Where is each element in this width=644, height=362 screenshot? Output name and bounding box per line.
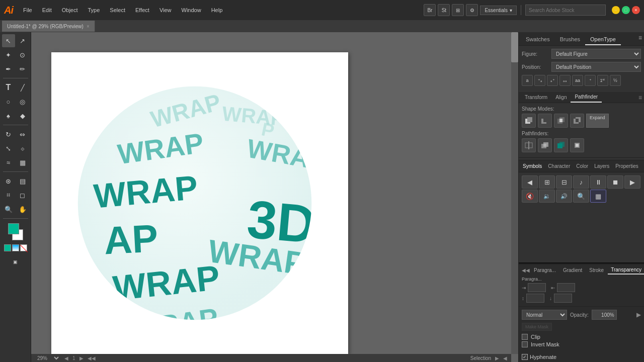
magic-wand-tool[interactable]: ✦ — [2, 48, 15, 61]
menu-file[interactable]: File — [19, 5, 36, 15]
hand-tool[interactable]: ✋ — [16, 203, 29, 216]
stock-btn[interactable]: St — [438, 4, 450, 16]
menu-object[interactable]: Object — [58, 5, 82, 15]
tab-opentype[interactable]: OpenType — [585, 34, 621, 45]
ot-btn-2[interactable]: ⁺ₐ — [534, 75, 545, 86]
btab-stroke[interactable]: Stroke — [586, 266, 607, 274]
sym-vol-up-btn[interactable]: 🔊 — [556, 190, 572, 203]
tab-swatches[interactable]: Swatches — [521, 34, 555, 45]
btab-gradient[interactable]: Gradient — [560, 266, 585, 274]
grid-btn[interactable]: ⊞ — [452, 4, 464, 16]
expand-opacity-btn[interactable]: ▶ — [636, 311, 641, 318]
spiral-tool[interactable]: ◎ — [16, 95, 29, 108]
sym-grid-btn[interactable]: ▦ — [590, 190, 606, 203]
paintbrush-tool[interactable]: ♠ — [2, 109, 15, 122]
sym-music-btn[interactable]: ♪ — [573, 175, 589, 189]
none-box[interactable] — [20, 244, 27, 251]
sym-play-btn[interactable]: ▶ — [624, 175, 640, 189]
blend-mode-select[interactable]: Normal — [522, 310, 567, 320]
collapse-btn[interactable]: ◀◀ — [522, 267, 530, 273]
blob-brush-tool[interactable]: ◆ — [16, 109, 29, 122]
pencil-tool[interactable]: ✏ — [16, 62, 29, 75]
zoom-tool[interactable]: 🔍 — [2, 203, 15, 216]
draw-mode-normal[interactable]: ▣ — [9, 255, 22, 268]
trim-btn[interactable] — [538, 138, 552, 152]
warp-tool[interactable]: ≈ — [2, 156, 15, 169]
ot-btn-6[interactable]: ⁺ — [585, 75, 596, 86]
right-indent-input[interactable] — [557, 283, 575, 292]
menu-effect[interactable]: Effect — [131, 5, 153, 15]
pen-tool[interactable]: ✒ — [2, 62, 15, 75]
close-button[interactable]: × — [632, 6, 640, 14]
tab-character[interactable]: Character — [546, 162, 572, 170]
space-after-input[interactable] — [554, 294, 572, 303]
settings-btn[interactable]: ⚙ — [466, 4, 478, 16]
sym-break-btn[interactable]: ⊟ — [556, 175, 572, 189]
sym-search-btn[interactable]: 🔍 — [573, 190, 589, 203]
btab-paragraph[interactable]: Paragra... — [531, 266, 559, 274]
type-tool[interactable]: T — [2, 81, 15, 94]
position-select[interactable]: Default Position — [551, 62, 641, 72]
sym-place-btn[interactable]: ⊞ — [539, 175, 555, 189]
tab-close-button[interactable]: × — [87, 24, 90, 29]
space-before-input[interactable] — [526, 294, 544, 303]
rotate-tool[interactable]: ↻ — [2, 128, 15, 141]
crop-btn[interactable] — [570, 138, 584, 152]
selection-tool[interactable]: ↖ — [2, 34, 15, 47]
sym-pause-btn[interactable]: ⏸ — [590, 175, 606, 189]
sym-stop-btn[interactable]: ⏹ — [607, 175, 623, 189]
menu-edit[interactable]: Edit — [38, 5, 56, 15]
tab-properties[interactable]: Properties — [613, 162, 640, 170]
direct-selection-tool[interactable]: ↗ — [16, 34, 29, 47]
symbol-sprayer-tool[interactable]: ⊛ — [2, 174, 15, 188]
canvas-area[interactable]: WRAP WRAP P WRAP WRAP WRAP 3D AP WRAP — [31, 32, 518, 362]
maximize-button[interactable]: □ — [622, 6, 630, 14]
ot-btn-5[interactable]: aa — [572, 75, 583, 86]
sym-volume-off-btn[interactable]: 🔇 — [522, 190, 538, 203]
panel-menu-icon[interactable]: ≡ — [638, 34, 642, 45]
zoom-select[interactable]: 29% — [35, 355, 60, 361]
exclude-btn[interactable] — [570, 114, 584, 128]
reshape-tool[interactable]: ⟐ — [16, 142, 29, 155]
clip-checkbox[interactable] — [522, 334, 528, 340]
column-graph-tool[interactable]: ▦ — [16, 156, 29, 169]
panel-settings-icon[interactable]: ≡ — [638, 94, 642, 101]
bridge-btn[interactable]: Br — [424, 4, 436, 16]
invert-mask-checkbox[interactable] — [522, 341, 528, 347]
lasso-tool[interactable]: ⊙ — [16, 48, 29, 61]
menu-view[interactable]: View — [155, 5, 176, 15]
sym-back-btn[interactable]: ◀ — [522, 175, 538, 189]
ot-btn-1[interactable]: a — [522, 75, 533, 86]
ot-btn-4[interactable]: ₐₐ — [559, 75, 571, 86]
tab-brushes[interactable]: Brushes — [555, 34, 585, 45]
ot-btn-3[interactable]: ₐ⁺ — [547, 75, 558, 86]
tab-align[interactable]: Align — [551, 93, 571, 102]
intersect-btn[interactable] — [554, 114, 568, 128]
document-tab[interactable]: Untitled-1* @ 29% (RGB/Preview) × — [2, 21, 95, 32]
gradient-box[interactable] — [12, 244, 19, 251]
tab-layers[interactable]: Layers — [592, 162, 611, 170]
ot-btn-7[interactable]: 1ˢᵗ — [597, 75, 608, 86]
tab-pathfinder[interactable]: Pathfinder — [571, 92, 602, 103]
merge-btn[interactable] — [554, 138, 568, 152]
btab-transparency[interactable]: Transparency — [608, 266, 644, 275]
make-mask-button[interactable]: Make Mask — [522, 323, 552, 331]
tab-symbols[interactable]: Symbols — [521, 162, 544, 170]
unite-btn[interactable] — [522, 114, 536, 128]
opacity-input[interactable]: 100% — [592, 310, 617, 320]
left-indent-input[interactable] — [528, 283, 546, 292]
ot-btn-8[interactable]: ½ — [610, 75, 621, 86]
minimize-button[interactable]: − — [612, 6, 620, 14]
ellipse-tool[interactable]: ○ — [2, 95, 15, 108]
divide-btn[interactable] — [522, 138, 536, 152]
tab-transform[interactable]: Transform — [521, 93, 551, 102]
slice-tool[interactable]: ⌗ — [2, 189, 15, 202]
menu-window[interactable]: Window — [178, 5, 205, 15]
line-tool[interactable]: ╱ — [16, 81, 29, 94]
scroll-thumb-vertical[interactable] — [511, 32, 518, 62]
vertical-scrollbar[interactable] — [511, 32, 518, 354]
minus-front-btn[interactable] — [538, 114, 552, 128]
expand-button[interactable]: Expand — [586, 114, 609, 128]
essentials-button[interactable]: Essentials ▾ — [480, 6, 517, 15]
eraser-tool[interactable]: ◻ — [16, 189, 29, 202]
